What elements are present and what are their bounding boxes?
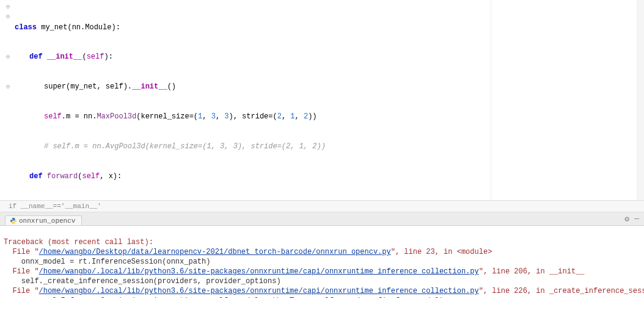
breadcrumb-segment[interactable]: if __name__=='__main__'	[9, 203, 101, 210]
fold-icon[interactable]: ⊖	[6, 3, 12, 9]
console-tabbar: onnxrun_opencv ⚙ —	[0, 212, 644, 226]
gear-icon[interactable]: ⚙	[624, 214, 629, 224]
traceback-code: self._create_inference_session(providers…	[4, 277, 281, 286]
fold-icon[interactable]: ⊖	[6, 83, 12, 89]
traceback-code: sess = C.InferenceSession(session_option…	[4, 297, 444, 298]
minimize-icon[interactable]: —	[634, 214, 639, 224]
tab-label: onnxrun_opencv	[19, 217, 75, 225]
traceback-frame: File "/home/wangbo/.local/lib/python3.6/…	[4, 267, 585, 276]
code-editor[interactable]: ⊖ ⊖ ⊖ ⊖ class my_net(nn.Module): def __i…	[0, 0, 644, 200]
traceback-code: onnx_model = rt.InferenceSession(onnx_pa…	[4, 258, 210, 266]
fold-icon[interactable]: ⊖	[6, 53, 12, 59]
editor-gutter: ⊖ ⊖ ⊖ ⊖	[0, 0, 15, 200]
fold-icon[interactable]: ⊖	[6, 13, 12, 19]
breadcrumb[interactable]: if __name__=='__main__'	[0, 200, 644, 212]
tab-run-config[interactable]: onnxrun_opencv	[5, 215, 82, 225]
traceback-frame: File "/home/wangbo/.local/lib/python3.6/…	[4, 287, 644, 295]
console-output[interactable]: Traceback (most recent call last): File …	[0, 226, 644, 298]
editor-split-divider[interactable]	[491, 0, 491, 200]
python-icon	[10, 218, 16, 224]
code-area[interactable]: class my_net(nn.Module): def __init__(se…	[15, 0, 644, 200]
traceback-header: Traceback (most recent call last):	[4, 238, 153, 247]
editor-minimap[interactable]	[637, 0, 644, 200]
traceback-frame: File "/home/wangbo/Desktop/data/learnope…	[4, 248, 492, 256]
